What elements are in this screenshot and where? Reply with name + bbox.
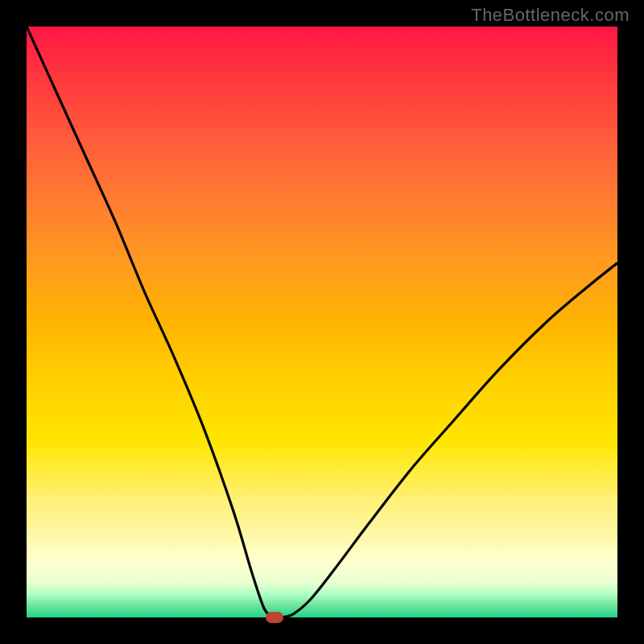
- bottleneck-curve: [27, 27, 617, 617]
- optimal-point-marker: [266, 612, 283, 623]
- chart-plot-area: [27, 27, 617, 617]
- watermark-text: TheBottleneck.com: [471, 5, 630, 26]
